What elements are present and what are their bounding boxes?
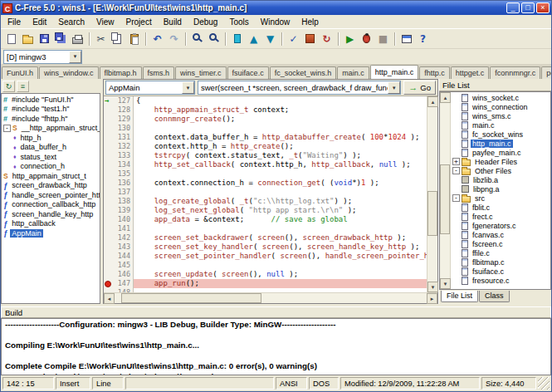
gutter-margin[interactable]: → [104, 96, 113, 105]
file-list-vscrollbar[interactable]: ▲ ▼ [440, 92, 451, 289]
window-split-button[interactable] [398, 31, 414, 47]
expander-icon[interactable]: + [452, 158, 460, 165]
open-file-button[interactable] [20, 31, 36, 47]
symbol-item[interactable]: ƒconnection_callback_http [2, 200, 100, 210]
symbol-item[interactable]: ƒhandle_screen_pointer_http [2, 190, 100, 200]
symbols-tree[interactable]: ##include "FunUI.h"##include "test1.h"##… [1, 93, 100, 304]
gutter-margin[interactable] [104, 224, 113, 233]
menu-item-view[interactable]: View [90, 16, 120, 28]
stop-button[interactable]: ■ [375, 31, 391, 47]
debug-button[interactable] [359, 31, 374, 47]
file-item[interactable]: ffile.c [451, 248, 550, 257]
code-line[interactable]: 143 screen_set_key_handler( screen(), sc… [104, 243, 427, 252]
code-line[interactable]: 137 [104, 188, 427, 197]
symbol-item[interactable]: ##include "FunUI.h" [2, 95, 100, 105]
title-bar[interactable]: C C-Free 5.0 : wins1 - [E:\Work\FunUI\te… [1, 1, 551, 15]
code-line[interactable]: 140 app_data = &context; // save as glob… [104, 215, 427, 224]
scroll-down-icon[interactable]: ▼ [440, 278, 451, 289]
code-area[interactable]: →127{128 http_appmain_struct_t context;1… [104, 96, 427, 292]
next-bookmark-button[interactable]: ▼ [262, 31, 278, 47]
find-button[interactable] [189, 31, 205, 47]
code-line[interactable]: 130 [104, 124, 427, 133]
run-button[interactable]: ▶ [342, 31, 358, 47]
file-item[interactable]: fresource.c [451, 276, 550, 285]
file-item[interactable]: wins_connection [451, 102, 550, 111]
file-item[interactable]: flbitmap.c [451, 257, 550, 267]
close-button[interactable]: × [536, 2, 550, 13]
file-tab-fsuiface.c[interactable]: fsuiface.c [227, 66, 269, 79]
file-item[interactable]: fc_socket_wins [451, 130, 550, 139]
file-item[interactable]: -Other Files [451, 166, 550, 175]
symbol-item[interactable]: ƒscreen_drawback_http [2, 181, 100, 191]
undo-button[interactable]: ↶ [149, 31, 165, 47]
symbol-item[interactable]: Shttp_appmain_struct_t [2, 171, 100, 181]
code-line[interactable]: 145 [104, 261, 427, 270]
file-tab-httpget.c[interactable]: httpget.c [451, 66, 490, 79]
file-item[interactable]: fsuiface.c [451, 267, 550, 276]
chevron-down-icon[interactable]: ▼ [69, 51, 81, 63]
gutter-margin[interactable] [104, 179, 113, 188]
symbol-item[interactable]: ƒAppMain [2, 228, 100, 238]
symbol-item[interactable]: ♦connection_h [2, 162, 100, 172]
refresh-symbols-button[interactable]: ↻ [2, 81, 15, 92]
file-item[interactable]: main.c [451, 120, 550, 130]
chevron-down-icon[interactable]: ▼ [388, 81, 400, 94]
file-tab-http_main.c[interactable]: http_main.c [370, 65, 419, 79]
file-list-tree[interactable]: wins_socket.cwins_connectionwins_sms.cma… [451, 92, 550, 289]
editor-hscrollbar[interactable]: ◄ ► [104, 292, 437, 303]
find-in-files-button[interactable] [206, 31, 222, 47]
symbol-item[interactable]: ##include "fhttp.h" [2, 114, 100, 124]
menu-item-window[interactable]: Window [255, 16, 296, 28]
gutter-margin[interactable] [104, 243, 113, 252]
gutter-margin[interactable] [104, 261, 113, 270]
code-line[interactable]: 141 [104, 224, 427, 233]
symbol-item[interactable]: ♦http_h [2, 133, 100, 143]
file-item[interactable]: wins_sms.c [451, 111, 550, 120]
menu-item-search[interactable]: Search [52, 16, 90, 28]
gutter-margin[interactable] [104, 142, 113, 151]
rebuild-button[interactable]: ↻ [319, 31, 335, 47]
compile-button[interactable]: ✓ [286, 31, 301, 47]
symbol-item[interactable]: ƒhttp_callback [2, 219, 100, 229]
code-line[interactable]: 136 context.connection_h = connection_ge… [104, 179, 427, 188]
chevron-down-icon[interactable]: ▼ [182, 81, 194, 94]
editor-hscroll-track[interactable] [115, 293, 427, 303]
minimize-button[interactable]: _ [506, 2, 520, 13]
file-tab-flbitmap.h[interactable]: flbitmap.h [100, 66, 142, 79]
code-line[interactable]: 131 context.data_buffer_h = http_databuf… [104, 133, 427, 142]
file-item[interactable]: wins_socket.c [451, 93, 550, 102]
gutter-margin[interactable] [104, 105, 113, 115]
editor-vscroll-track[interactable] [427, 107, 437, 282]
scroll-up-icon[interactable]: ▲ [440, 92, 451, 103]
gutter-margin[interactable] [104, 252, 113, 261]
breakpoint-icon[interactable] [105, 281, 111, 287]
editor-hscroll-thumb[interactable] [121, 293, 261, 303]
file-item[interactable]: fscreen.c [451, 239, 550, 248]
menu-item-edit[interactable]: Edit [27, 16, 52, 28]
file-item[interactable]: fgenerators.c [451, 221, 550, 230]
code-line[interactable]: 129 connmngr_create(); [104, 115, 427, 124]
file-tab-fsms.h[interactable]: fsms.h [143, 66, 175, 79]
menu-item-debug[interactable]: Debug [188, 16, 223, 28]
function-signature-combo[interactable]: swer(screen_t *screen, screen_drawback_f… [198, 81, 401, 95]
file-list-vscroll-track[interactable] [440, 103, 450, 278]
gutter-margin[interactable] [104, 197, 113, 206]
code-line[interactable]: 138 log_create_global( _t("c:\\http_log.… [104, 197, 427, 206]
symbol-item[interactable]: ♦data_buffer_h [2, 143, 100, 153]
sort-symbols-button[interactable]: ≡ [17, 81, 29, 92]
gutter-margin[interactable] [104, 124, 113, 133]
code-line[interactable]: 144 screen_set_pointer_handler( screen()… [104, 252, 427, 261]
code-line[interactable]: 128 http_appmain_struct_t context; [104, 105, 427, 115]
print-button[interactable] [70, 31, 85, 47]
menu-item-help[interactable]: Help [296, 16, 325, 28]
code-line[interactable]: →127{ [104, 96, 427, 105]
gutter-margin[interactable] [104, 115, 113, 124]
panel-tab-class[interactable]: Class [479, 291, 510, 302]
gutter-margin[interactable] [104, 151, 113, 160]
symbol-item[interactable]: ƒscreen_handle_key_http [2, 209, 100, 219]
menu-item-file[interactable]: File [2, 16, 27, 28]
gutter-margin[interactable] [104, 160, 113, 169]
scroll-up-icon[interactable]: ▲ [427, 96, 438, 107]
code-line[interactable]: 146 screen_update( screen(), null ); [104, 270, 427, 279]
redo-button[interactable]: ↷ [166, 31, 182, 47]
